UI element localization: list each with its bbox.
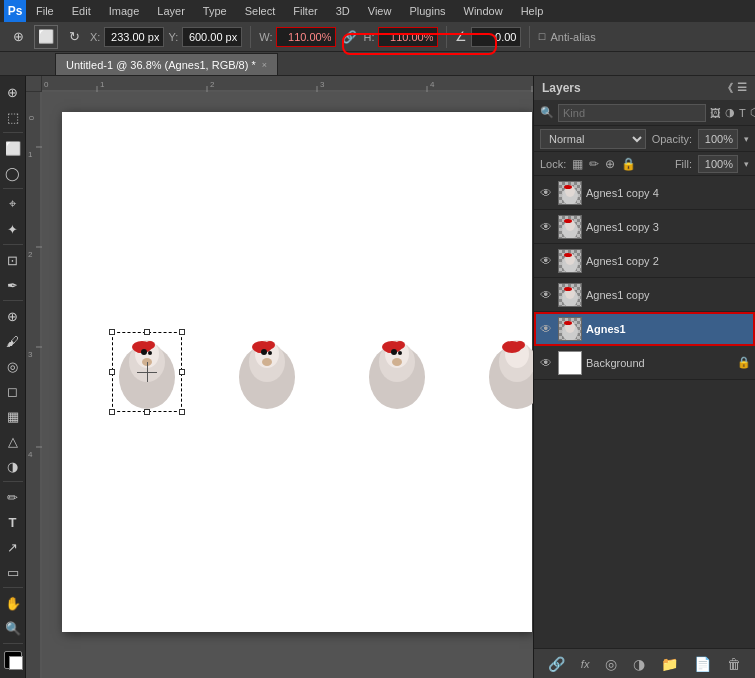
chicken-3[interactable]: [362, 332, 432, 412]
layer-shape-icon[interactable]: ⬡: [750, 106, 755, 119]
layer-mask-button[interactable]: ◎: [605, 656, 617, 672]
tool-pen[interactable]: ✏: [1, 485, 25, 509]
tool-blur[interactable]: △: [1, 429, 25, 453]
transform-handle-ml[interactable]: [109, 369, 115, 375]
tool-text[interactable]: T: [1, 510, 25, 534]
layer-group-button[interactable]: 📁: [661, 656, 678, 672]
blend-mode-select[interactable]: Normal Multiply Screen Overlay: [540, 129, 646, 149]
link-icon[interactable]: 🔗: [342, 30, 357, 44]
tool-marquee-ellipse[interactable]: ◯: [1, 161, 25, 185]
transform-handle-tr[interactable]: [179, 329, 185, 335]
h-input[interactable]: [378, 27, 438, 47]
chicken-2[interactable]: [232, 332, 302, 412]
layer-thumbnail: [558, 283, 582, 307]
layer-text-icon[interactable]: T: [739, 107, 746, 119]
layers-search-input[interactable]: [558, 104, 706, 122]
lock-artboard-btn[interactable]: ⊕: [605, 157, 615, 171]
transform-handle-br[interactable]: [179, 409, 185, 415]
tab-close-button[interactable]: ×: [262, 60, 267, 70]
layer-visibility-toggle[interactable]: 👁: [538, 253, 554, 269]
svg-text:4: 4: [28, 450, 33, 459]
opacity-input[interactable]: [698, 129, 738, 149]
layer-visibility-toggle[interactable]: 👁: [538, 219, 554, 235]
tool-brush[interactable]: 🖌: [1, 329, 25, 353]
fill-input[interactable]: [698, 155, 738, 173]
chicken-1-selected[interactable]: [112, 332, 182, 412]
layer-delete-button[interactable]: 🗑: [727, 656, 741, 672]
tool-gradient[interactable]: ▦: [1, 404, 25, 428]
chicken-4[interactable]: [482, 332, 533, 412]
angle-input[interactable]: [471, 27, 521, 47]
menu-layer[interactable]: Layer: [153, 3, 189, 19]
layer-adj-icon[interactable]: ◑: [725, 106, 735, 119]
tool-healing[interactable]: ⊕: [1, 304, 25, 328]
transform-handle-bm[interactable]: [144, 409, 150, 415]
layer-new-button[interactable]: 📄: [694, 656, 711, 672]
svg-point-67: [564, 287, 572, 291]
transform-handle-tl[interactable]: [109, 329, 115, 335]
tool-zoom[interactable]: 🔍: [1, 616, 25, 640]
x-input[interactable]: [104, 27, 164, 47]
layer-visibility-toggle[interactable]: 👁: [538, 287, 554, 303]
canvas-container[interactable]: [42, 92, 533, 678]
tab-untitled[interactable]: Untitled-1 @ 36.8% (Agnes1, RGB/8) * ×: [55, 53, 278, 75]
checkbox-antialias[interactable]: ☐: [538, 32, 546, 42]
foreground-color[interactable]: [4, 651, 22, 669]
transform-handle-bl[interactable]: [109, 409, 115, 415]
tool-clone[interactable]: ◎: [1, 354, 25, 378]
layer-link-button[interactable]: 🔗: [548, 656, 565, 672]
tool-eyedropper[interactable]: ✒: [1, 273, 25, 297]
transform-handle-tm[interactable]: [144, 329, 150, 335]
menu-window[interactable]: Window: [460, 3, 507, 19]
menu-3d[interactable]: 3D: [332, 3, 354, 19]
menu-type[interactable]: Type: [199, 3, 231, 19]
layers-lock-bar: Lock: ▦ ✏ ⊕ 🔒 Fill: ▾: [534, 152, 755, 176]
menu-edit[interactable]: Edit: [68, 3, 95, 19]
svg-point-64: [564, 253, 572, 257]
tool-artboard[interactable]: ⬚: [1, 105, 25, 129]
tool-lasso[interactable]: ⌖: [1, 192, 25, 216]
tool-eraser[interactable]: ◻: [1, 379, 25, 403]
lock-all-btn[interactable]: 🔒: [621, 157, 636, 171]
y-input[interactable]: [182, 27, 242, 47]
menu-plugins[interactable]: Plugins: [405, 3, 449, 19]
layer-item-agnes1-copy[interactable]: 👁 Agnes1 copy: [534, 278, 755, 312]
svg-point-49: [398, 351, 402, 355]
layer-thumbnail: [558, 317, 582, 341]
layer-adjustment-button[interactable]: ◑: [633, 656, 645, 672]
w-input[interactable]: [276, 27, 336, 47]
fill-arrow[interactable]: ▾: [744, 159, 749, 169]
menu-select[interactable]: Select: [241, 3, 280, 19]
tool-marquee-rect[interactable]: ⬜: [1, 136, 25, 160]
layers-menu-icon[interactable]: ☰: [737, 81, 747, 96]
lock-pixels-btn[interactable]: ▦: [572, 157, 583, 171]
menu-filter[interactable]: Filter: [289, 3, 321, 19]
layer-visibility-toggle[interactable]: 👁: [538, 321, 554, 337]
tool-path[interactable]: ↗: [1, 535, 25, 559]
layer-item-agnes1-copy3[interactable]: 👁 Agnes1 copy 3: [534, 210, 755, 244]
layer-item-agnes1[interactable]: 👁 Agnes1: [534, 312, 755, 346]
layers-collapse-icon[interactable]: 《: [722, 81, 733, 96]
menu-help[interactable]: Help: [517, 3, 548, 19]
tool-dodge[interactable]: ◑: [1, 454, 25, 478]
tool-shape[interactable]: ▭: [1, 560, 25, 584]
menu-view[interactable]: View: [364, 3, 396, 19]
tool-move[interactable]: ⊕: [1, 80, 25, 104]
transform-handle-mr[interactable]: [179, 369, 185, 375]
svg-point-28: [145, 341, 155, 349]
layer-item-agnes1-copy2[interactable]: 👁 Agnes1 copy 2: [534, 244, 755, 278]
layer-visibility-toggle[interactable]: 👁: [538, 185, 554, 201]
layer-item-background[interactable]: 👁 Background 🔒: [534, 346, 755, 380]
layer-fx-button[interactable]: fx: [581, 658, 590, 670]
tool-magic-wand[interactable]: ✦: [1, 217, 25, 241]
menu-file[interactable]: File: [32, 3, 58, 19]
toolbar-sep-7: [3, 643, 23, 644]
tool-crop[interactable]: ⊡: [1, 248, 25, 272]
menu-image[interactable]: Image: [105, 3, 144, 19]
layer-visibility-toggle[interactable]: 👁: [538, 355, 554, 371]
lock-position-btn[interactable]: ✏: [589, 157, 599, 171]
tool-hand[interactable]: ✋: [1, 591, 25, 615]
layer-pixel-icon[interactable]: 🖼: [710, 107, 721, 119]
layer-item-agnes1-copy4[interactable]: 👁 Agnes1 copy 4: [534, 176, 755, 210]
opacity-arrow[interactable]: ▾: [744, 134, 749, 144]
